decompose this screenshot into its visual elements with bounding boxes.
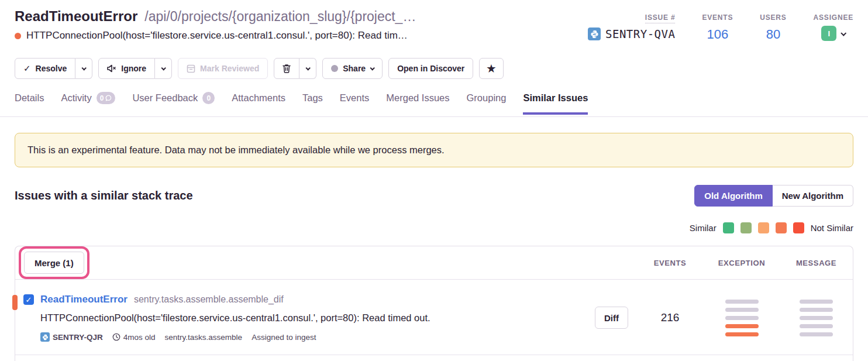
mark-reviewed-label: Mark Reviewed (200, 64, 259, 73)
tab-label: User Feedback (132, 92, 198, 104)
issue-culprit: sentry.tasks.assemble.assemble_dif (134, 294, 284, 305)
issue-subtitle-row: HTTPConnectionPool(host='filestore.servi… (15, 30, 416, 42)
issue-message: HTTPConnectionPool(host='filestore.servi… (40, 312, 587, 324)
users-count[interactable]: 80 (766, 27, 780, 42)
mute-icon (107, 64, 116, 73)
tab-attachments[interactable]: Attachments (232, 92, 285, 115)
tab-label: Attachments (232, 92, 285, 104)
row-checkbox-checked[interactable]: ✓ (23, 294, 34, 305)
row-title-line: ✓ ReadTimeoutError sentry.tasks.assemble… (23, 294, 587, 305)
row-events-count: 216 (636, 311, 704, 324)
chevron-down-icon (161, 66, 166, 70)
legend-color-scale (723, 222, 804, 233)
tab-label: Activity (61, 92, 91, 104)
tab-events[interactable]: Events (340, 92, 369, 115)
message-column-header: MESSAGE (780, 259, 853, 267)
issue-short-id[interactable]: SENTRY-QVA (588, 27, 675, 40)
resolve-dropdown-button[interactable] (75, 58, 92, 79)
diff-cell: Diff (587, 307, 636, 329)
legend-similar-label: Similar (690, 223, 717, 233)
activity-count-badge: 0 (97, 92, 116, 104)
message-similarity-bars (800, 300, 833, 336)
share-label: Share (343, 64, 366, 73)
ignore-dropdown-button[interactable] (155, 58, 172, 79)
share-button[interactable]: Share (322, 58, 383, 79)
meta-assigned: Assigned to ingest (252, 333, 316, 342)
old-algorithm-button[interactable]: Old Algorithm (694, 185, 772, 207)
tab-label: Details (15, 92, 44, 104)
delete-button-group (274, 58, 316, 79)
stat-assignee: ASSIGNEE I (814, 13, 853, 42)
exception-column-header: EXCEPTION (704, 259, 780, 267)
table-column-headers: EVENTS EXCEPTION MESSAGE (587, 259, 853, 267)
tab-label: Grouping (467, 92, 507, 104)
chevron-down-icon (370, 66, 375, 70)
badge-count: 0 (100, 94, 104, 102)
experimental-feature-banner: This is an experimental feature. Data ma… (15, 133, 853, 167)
tabs-divider (0, 116, 868, 117)
tab-label: Tags (302, 92, 323, 104)
row-short-id-text: SENTRY-QJR (53, 333, 103, 342)
ignore-label: Ignore (121, 64, 146, 73)
tab-details[interactable]: Details (15, 92, 44, 115)
similarity-legend: Similar Not Similar (690, 222, 853, 233)
similar-issue-link[interactable]: ReadTimeoutError (40, 294, 128, 305)
merge-button[interactable]: Merge (1) (24, 252, 84, 274)
algorithm-toggle: Old Algorithm New Algorithm (694, 185, 853, 207)
delete-dropdown-button[interactable] (299, 58, 316, 79)
python-platform-icon (588, 27, 601, 40)
similar-issues-table: Merge (1) EVENTS EXCEPTION MESSAGE ✓ Rea… (15, 246, 853, 361)
stat-issue-number: ISSUE # SENTRY-QVA (588, 13, 675, 42)
assignee-avatar: I (821, 26, 836, 41)
issue-stats: ISSUE # SENTRY-QVA EVENTS 106 USERS 80 A… (588, 8, 853, 42)
issue-transaction-path: /api/0/projects/{organization_slug}/{pro… (144, 9, 416, 25)
open-in-discover-button[interactable]: Open in Discover (388, 58, 473, 79)
resolve-button-group: ✓ Resolve (15, 58, 92, 79)
resolve-button[interactable]: ✓ Resolve (15, 58, 75, 79)
meta-task: sentry.tasks.assemble (165, 333, 243, 342)
sentry-issue-page: ReadTimeoutError /api/0/projects/{organi… (0, 0, 868, 361)
tab-label: Similar Issues (523, 92, 588, 104)
tab-merged-issues[interactable]: Merged Issues (386, 92, 449, 115)
error-level-dot (15, 33, 21, 39)
merge-button-wrap: Merge (1) (24, 252, 84, 274)
exception-similarity-cell (704, 300, 780, 336)
feedback-count-badge: 0 (202, 92, 215, 104)
tab-activity[interactable]: Activity 0 (61, 92, 115, 115)
diff-button[interactable]: Diff (595, 307, 628, 329)
similar-issues-section-header: Issues with a similar stack trace Old Al… (15, 185, 853, 207)
issue-tabs: Details Activity 0 User Feedback 0 Attac… (15, 92, 588, 115)
assignee-selector[interactable]: I (821, 26, 845, 41)
message-similarity-cell (780, 300, 853, 336)
resolve-label: Resolve (36, 64, 67, 73)
meta-short-id: SENTRY-QJR (40, 332, 103, 342)
ignore-button[interactable]: Ignore (98, 58, 155, 79)
issue-title-row: ReadTimeoutError /api/0/projects/{organi… (15, 8, 416, 25)
stat-users: USERS 80 (760, 13, 786, 42)
tab-similar-issues[interactable]: Similar Issues (523, 92, 588, 115)
chevron-down-icon (82, 66, 87, 70)
events-count[interactable]: 106 (707, 27, 728, 42)
row-assigned-text: Assigned to ingest (252, 333, 316, 342)
python-platform-icon (40, 332, 50, 342)
share-status-icon (331, 65, 338, 72)
delete-button[interactable] (274, 58, 299, 79)
table-header-row: Merge (1) EVENTS EXCEPTION MESSAGE (15, 246, 853, 280)
ignore-button-group: Ignore (98, 58, 172, 79)
stat-events: EVENTS 106 (702, 13, 733, 42)
bookmark-star-button[interactable]: ★ (479, 58, 503, 79)
check-icon: ✓ (23, 63, 31, 74)
tab-grouping[interactable]: Grouping (467, 92, 507, 115)
issue-subtitle: HTTPConnectionPool(host='filestore.servi… (26, 30, 408, 42)
new-algorithm-button[interactable]: New Algorithm (773, 185, 853, 207)
chevron-down-icon (306, 66, 311, 70)
issue-short-id-text: SENTRY-QVA (605, 27, 675, 40)
tab-label: Merged Issues (386, 92, 449, 104)
open-in-discover-label: Open in Discover (397, 64, 464, 73)
star-icon: ★ (487, 64, 495, 74)
mark-reviewed-button[interactable]: Mark Reviewed (178, 58, 268, 79)
issue-meta-line: SENTRY-QJR 4mos old sentry.tasks.assembl… (40, 332, 587, 342)
tab-tags[interactable]: Tags (302, 92, 323, 115)
issue-number-label: ISSUE # (645, 13, 676, 23)
tab-user-feedback[interactable]: User Feedback 0 (132, 92, 215, 115)
